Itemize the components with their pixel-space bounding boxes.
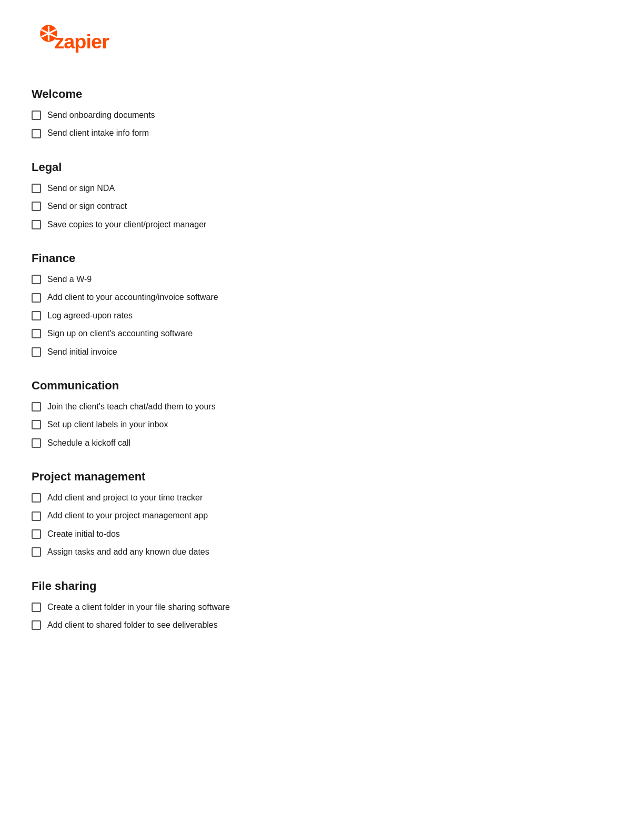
list-item: Send a W-9	[32, 274, 612, 285]
svg-text:zapier: zapier	[54, 31, 109, 53]
list-item: Create initial to-dos	[32, 528, 612, 540]
section-finance: FinanceSend a W-9Add client to your acco…	[32, 252, 612, 358]
section-communication: CommunicationJoin the client's teach cha…	[32, 379, 612, 449]
list-item: Set up client labels in your inbox	[32, 419, 612, 430]
list-item: Send onboarding documents	[32, 109, 612, 121]
checkbox[interactable]	[32, 220, 41, 229]
list-item: Send initial invoice	[32, 346, 612, 358]
item-label: Add client to your accounting/invoice so…	[47, 292, 218, 303]
checkbox[interactable]	[32, 547, 41, 557]
checklist-legal: Send or sign NDASend or sign contractSav…	[32, 183, 612, 230]
list-item: Add client to your project management ap…	[32, 510, 612, 521]
item-label: Create a client folder in your file shar…	[47, 601, 230, 613]
section-project-management: Project managementAdd client and project…	[32, 470, 612, 558]
item-label: Add client to shared folder to see deliv…	[47, 619, 218, 631]
list-item: Add client to your accounting/invoice so…	[32, 292, 612, 303]
item-label: Sign up on client's accounting software	[47, 328, 193, 339]
checkbox[interactable]	[32, 529, 41, 539]
item-label: Send a W-9	[47, 274, 92, 285]
item-label: Schedule a kickoff call	[47, 437, 130, 449]
checklist-file-sharing: Create a client folder in your file shar…	[32, 601, 612, 631]
checkbox[interactable]	[32, 184, 41, 193]
item-label: Assign tasks and add any known due dates	[47, 546, 209, 558]
checkbox[interactable]	[32, 511, 41, 521]
section-title-finance: Finance	[32, 252, 612, 265]
list-item: Schedule a kickoff call	[32, 437, 612, 449]
section-title-legal: Legal	[32, 160, 612, 174]
list-item: Join the client's teach chat/add them to…	[32, 401, 612, 413]
checkbox[interactable]	[32, 275, 41, 284]
list-item: Send or sign NDA	[32, 183, 612, 194]
checklist-communication: Join the client's teach chat/add them to…	[32, 401, 612, 449]
checkbox[interactable]	[32, 311, 41, 320]
item-label: Send client intake info form	[47, 127, 149, 139]
list-item: Send or sign contract	[32, 200, 612, 212]
item-label: Send initial invoice	[47, 346, 117, 358]
logo-container: zapier	[32, 21, 612, 61]
checkbox[interactable]	[32, 293, 41, 303]
list-item: Sign up on client's accounting software	[32, 328, 612, 339]
checklist-welcome: Send onboarding documentsSend client int…	[32, 109, 612, 139]
checkbox[interactable]	[32, 438, 41, 448]
section-title-welcome: Welcome	[32, 87, 612, 101]
list-item: Assign tasks and add any known due dates	[32, 546, 612, 558]
item-label: Create initial to-dos	[47, 528, 120, 540]
item-label: Send onboarding documents	[47, 109, 155, 121]
item-label: Send or sign NDA	[47, 183, 115, 194]
checkbox[interactable]	[32, 129, 41, 138]
item-label: Save copies to your client/project manag…	[47, 219, 206, 230]
checkbox[interactable]	[32, 603, 41, 612]
checkbox[interactable]	[32, 347, 41, 357]
checklist-project-management: Add client and project to your time trac…	[32, 492, 612, 558]
checkbox[interactable]	[32, 202, 41, 211]
checkbox[interactable]	[32, 402, 41, 412]
list-item: Save copies to your client/project manag…	[32, 219, 612, 230]
item-label: Join the client's teach chat/add them to…	[47, 401, 216, 413]
section-legal: LegalSend or sign NDASend or sign contra…	[32, 160, 612, 230]
list-item: Log agreed-upon rates	[32, 310, 612, 322]
item-label: Add client to your project management ap…	[47, 510, 208, 521]
list-item: Send client intake info form	[32, 127, 612, 139]
zapier-logo: zapier	[32, 21, 126, 59]
checkbox[interactable]	[32, 420, 41, 429]
section-welcome: WelcomeSend onboarding documentsSend cli…	[32, 87, 612, 139]
item-label: Add client and project to your time trac…	[47, 492, 203, 504]
checkbox[interactable]	[32, 493, 41, 503]
section-file-sharing: File sharingCreate a client folder in yo…	[32, 579, 612, 631]
checkbox[interactable]	[32, 111, 41, 120]
item-label: Set up client labels in your inbox	[47, 419, 168, 430]
checkbox[interactable]	[32, 329, 41, 338]
item-label: Send or sign contract	[47, 200, 127, 212]
checkbox[interactable]	[32, 620, 41, 630]
checklist-finance: Send a W-9Add client to your accounting/…	[32, 274, 612, 358]
list-item: Add client to shared folder to see deliv…	[32, 619, 612, 631]
section-title-file-sharing: File sharing	[32, 579, 612, 593]
section-title-project-management: Project management	[32, 470, 612, 484]
list-item: Create a client folder in your file shar…	[32, 601, 612, 613]
item-label: Log agreed-upon rates	[47, 310, 133, 322]
section-title-communication: Communication	[32, 379, 612, 393]
list-item: Add client and project to your time trac…	[32, 492, 612, 504]
